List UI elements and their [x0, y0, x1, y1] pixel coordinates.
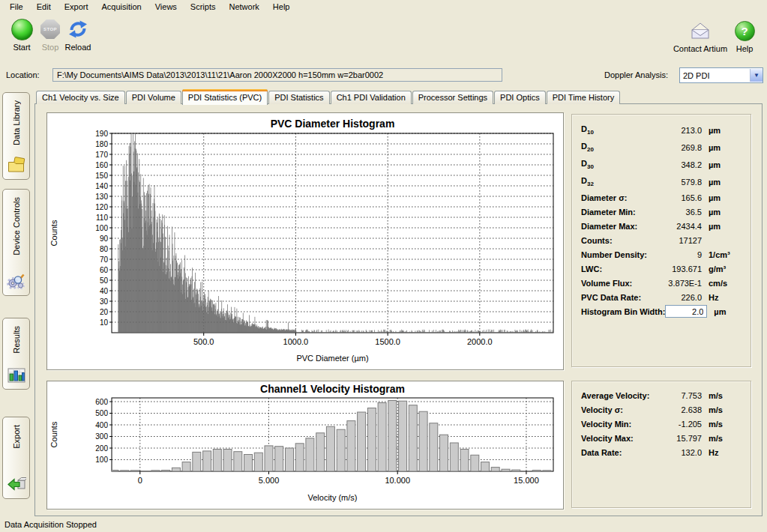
stat-unit: µm [709, 193, 742, 202]
stat-value: 348.2 [681, 160, 702, 169]
histogram-bin-width-input[interactable] [665, 305, 707, 318]
svg-text:160: 160 [95, 161, 108, 169]
svg-text:400: 400 [95, 421, 108, 429]
pvc-diameter-histogram-chart: 1020304050607080901001101201301401501601… [47, 113, 563, 369]
stat-label: Velocity Max: [581, 434, 634, 443]
reload-button[interactable]: Reload [63, 18, 93, 52]
stat-value: 579.8 [681, 178, 702, 187]
stat-label: Volume Flux: [581, 279, 632, 288]
location-input[interactable]: F:\My Documents\AIMS Data\2013\2013\11\2… [52, 68, 502, 82]
sidebar-item-label: Results [12, 326, 21, 354]
stat-value: 15.797 [676, 434, 702, 443]
stat-label: Average Velocity: [581, 391, 649, 400]
menu-item-network[interactable]: Network [222, 1, 265, 13]
sidebar-item-label: Data Library [12, 100, 21, 145]
svg-text:90: 90 [100, 235, 109, 243]
chevron-down-icon[interactable]: ▼ [750, 69, 763, 82]
tab-pdi-volume[interactable]: PDI Volume [126, 91, 181, 104]
pvc-statistics-panel: D10213.0µmD20269.8µmD30348.2µmD32579.8µm… [571, 114, 751, 367]
stat-unit: µm [709, 178, 742, 187]
stat-label: Data Rate: [581, 448, 622, 457]
sidebar-item-export[interactable]: Export [2, 417, 30, 499]
stat-unit: µm [709, 143, 742, 152]
sidebar-item-label: Device Controls [12, 197, 21, 256]
menu-item-file[interactable]: File [3, 1, 30, 13]
sidebar-item-data-library[interactable]: Data Library [2, 92, 30, 180]
menu-item-scripts[interactable]: Scripts [184, 1, 223, 13]
histogram-bin-width-label: Histogram Bin Width: [581, 307, 665, 316]
application-window: { "window": { "status": "Data Acquisitio… [0, 0, 767, 532]
svg-text:1000.0: 1000.0 [283, 337, 309, 346]
stat-row: D32579.8µm [581, 173, 742, 190]
doppler-analysis-select[interactable]: 2D PDI ▼ [679, 67, 763, 83]
tab-content-panel: 1020304050607080901001101201301401501601… [34, 103, 763, 516]
svg-text:PVC Diameter (µm): PVC Diameter (µm) [296, 354, 368, 363]
stat-value: 9 [697, 250, 702, 259]
tab-pdi-statistics[interactable]: PDI Statistics [268, 91, 329, 104]
stat-label: Counts: [581, 236, 613, 245]
stat-label: Diameter Min: [581, 208, 636, 217]
menu-item-help[interactable]: Help [266, 1, 297, 13]
sidebar-item-results[interactable]: Results [2, 318, 30, 390]
svg-text:Channel1 Velocity Histogram: Channel1 Velocity Histogram [260, 383, 405, 395]
svg-text:10.000: 10.000 [385, 476, 410, 485]
stat-row: Data Rate:132.0Hz [581, 445, 742, 459]
stat-row: Velocity σ:2.638m/s [581, 402, 742, 417]
tab-pdi-statistics-pvc[interactable]: PDI Statistics (PVC) [182, 89, 268, 105]
stat-unit: µm [709, 160, 742, 169]
tab-pdi-time-history[interactable]: PDI Time History [547, 91, 621, 104]
doppler-analysis-value: 2D PDI [680, 71, 750, 80]
svg-text:10: 10 [100, 318, 109, 327]
svg-text:500.0: 500.0 [193, 337, 214, 346]
menu-item-export[interactable]: Export [58, 1, 95, 13]
stat-row: Diameter Min:36.5µm [581, 205, 742, 219]
svg-text:180: 180 [95, 140, 108, 148]
svg-text:70: 70 [100, 256, 109, 264]
tab-ch1-velocity-vs-size[interactable]: Ch1 Velocity vs. Size [36, 91, 125, 104]
stat-value: 132.0 [681, 448, 702, 457]
contact-artium-button[interactable]: Contact Artium [670, 19, 730, 53]
stat-label: Number Density: [581, 250, 647, 259]
menu-item-views[interactable]: Views [148, 1, 184, 13]
stop-button[interactable]: STOP Stop [37, 18, 63, 52]
velocity-statistics-panel: Average Velocity:7.753m/sVelocity σ:2.63… [571, 381, 751, 508]
menu-item-edit[interactable]: Edit [30, 1, 58, 13]
stat-row: D30348.2µm [581, 156, 742, 173]
sidebar-item-device-controls[interactable]: Device Controls [2, 189, 30, 296]
stat-value: 7.753 [681, 391, 702, 400]
svg-text:1500.0: 1500.0 [375, 337, 400, 346]
status-text: Data Acquisition Stopped [4, 520, 97, 529]
svg-text:120: 120 [95, 203, 108, 211]
stat-label: PVC Data Rate: [581, 293, 641, 302]
stat-value: 193.671 [672, 265, 702, 273]
start-button[interactable]: Start [7, 18, 36, 52]
svg-text:500: 500 [95, 409, 108, 417]
reload-button-label: Reload [63, 43, 93, 52]
tab-processor-settings[interactable]: Processor Settings [412, 91, 493, 104]
pvc-diameter-histogram-panel: 1020304050607080901001101201301401501601… [46, 112, 564, 370]
svg-text:110: 110 [96, 214, 108, 222]
svg-text:300: 300 [95, 432, 108, 441]
help-button[interactable]: ? Help [732, 19, 757, 53]
menu-item-acquisition[interactable]: Acquisition [95, 1, 148, 13]
sidebar-item-label: Export [12, 425, 21, 449]
stat-row: D10213.0µm [581, 121, 742, 139]
start-icon [11, 19, 33, 40]
tab-pdi-optics[interactable]: PDI Optics [494, 91, 546, 104]
stop-icon: STOP [40, 19, 60, 39]
stat-unit: m/s [709, 405, 742, 414]
stat-unit: Hz [709, 293, 742, 302]
stat-label: Diameter σ: [581, 193, 627, 202]
stat-value: 36.5 [686, 208, 702, 217]
stat-value: 269.8 [681, 143, 702, 152]
stat-row: Velocity Max:15.797m/s [581, 431, 742, 445]
svg-text:170: 170 [95, 151, 108, 159]
tab-strip: Ch1 Velocity vs. SizePDI VolumePDI Stati… [36, 89, 621, 104]
doppler-analysis-label: Doppler Analysis: [604, 70, 668, 79]
histogram-bin-width-row: Histogram Bin Width:µm [581, 304, 742, 318]
mail-icon [670, 19, 730, 42]
svg-text:20: 20 [100, 308, 109, 316]
stat-unit: g/m³ [709, 265, 742, 273]
tab-ch1-pdi-validation[interactable]: Ch1 PDI Validation [331, 91, 412, 104]
folders-icon [7, 157, 26, 175]
